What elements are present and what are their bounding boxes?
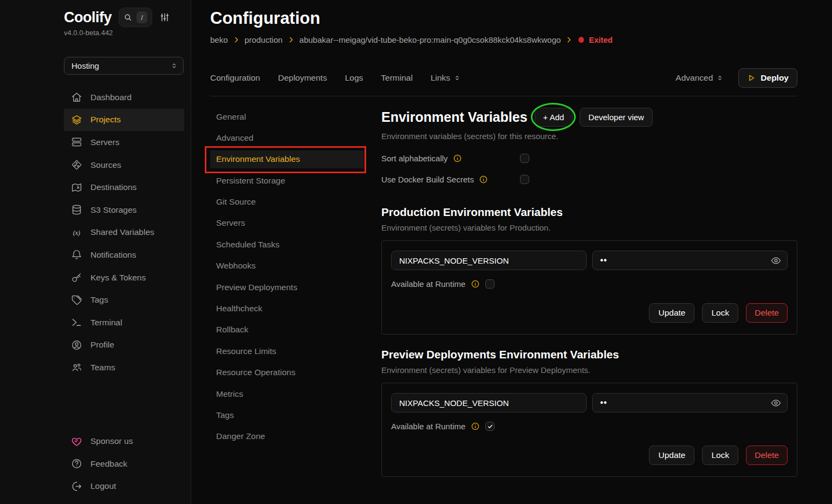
env-key-input[interactable] [391,393,587,413]
eye-icon[interactable] [770,255,782,266]
sidebar-item-sources[interactable]: Sources [64,154,184,176]
sidebar-item-label: Terminal [90,318,122,328]
sidebar-item-keys-tokens[interactable]: Keys & Tokens [64,266,184,289]
page-title: Configuration [210,9,797,28]
breadcrumb-item[interactable]: beko [210,35,228,44]
home-icon [71,91,82,103]
sidebar-item-projects[interactable]: Projects [64,109,184,132]
sidebar-item-shared-variables[interactable]: (x) Shared Variables [64,221,184,244]
sidebar-item-label: Keys & Tokens [90,273,146,283]
tab-bar-actions: Advanced Deploy [675,68,797,88]
toggle-checkbox[interactable] [520,154,529,163]
subnav-item-label: Persistent Storage [216,176,285,186]
deploy-button[interactable]: Deploy [738,68,797,88]
sidebar-item-destinations[interactable]: Destinations [64,176,184,199]
update-button[interactable]: Update [649,303,694,323]
status-badge: Exited [589,36,613,44]
sidebar-item-dashboard[interactable]: Dashboard [64,86,184,109]
subnav-item-persistent-storage[interactable]: Persistent Storage [210,172,365,189]
search-icon [123,13,132,22]
subnav-item-label: General [216,112,246,122]
breadcrumb-item[interactable]: abubakar--meigag/vid-tube-beko-pro:main-… [300,35,561,44]
subnav-item-servers[interactable]: Servers [210,214,365,232]
tab-links[interactable]: Links [431,73,461,83]
developer-view-button[interactable]: Developer view [580,108,653,127]
subnav-item-rollback[interactable]: Rollback [210,321,365,339]
sidebar-item-label: Destinations [90,182,136,192]
breadcrumb-item[interactable]: production [245,35,283,44]
tab-deployments[interactable]: Deployments [278,73,327,83]
sidebar-item-logout[interactable]: Logout [64,475,184,498]
database-icon [71,204,82,215]
tab-terminal[interactable]: Terminal [381,73,413,83]
sidebar-item-label: Notifications [90,250,136,260]
env-value-input[interactable] [592,251,788,270]
panel-description: Environment variables (secrets) for this… [381,132,797,141]
subnav-item-danger-zone[interactable]: Danger Zone [210,428,365,446]
bell-icon [71,249,82,260]
app-logo: Coolify [64,9,112,26]
status-dot [578,37,584,43]
sidebar: Coolify / v4.0.0-beta.442 Hosting Dashbo… [0,0,191,504]
key-icon [71,272,82,283]
info-icon[interactable] [471,279,480,289]
env-key-input[interactable] [391,251,587,270]
delete-button[interactable]: Delete [746,446,788,465]
eye-icon[interactable] [770,397,782,409]
subnav-item-tags[interactable]: Tags [210,406,365,424]
sidebar-footer-nav: Sponsor us Feedback Logout [64,430,184,500]
team-select[interactable]: Hosting [64,57,184,75]
sidebar-item-notifications[interactable]: Notifications [64,244,184,266]
info-icon[interactable] [479,175,488,184]
panel-title: Environment Variables [381,109,528,125]
subnav-item-resource-operations[interactable]: Resource Operations [210,364,365,382]
tab-configuration[interactable]: Configuration [210,73,260,83]
sidebar-item-servers[interactable]: Servers [64,131,184,154]
subnav-item-label: Rollback [216,325,248,335]
env-value-input[interactable] [592,393,788,413]
subnav-item-general[interactable]: General [210,108,365,126]
server-icon [71,136,82,148]
heart-icon [71,436,82,447]
subnav-item-scheduled-tasks[interactable]: Scheduled Tasks [210,235,365,253]
advanced-dropdown[interactable]: Advanced [675,73,724,83]
settings-sliders-icon[interactable] [159,12,170,23]
tabs: ConfigurationDeploymentsLogsTerminalLink… [210,73,461,83]
sidebar-item-feedback[interactable]: Feedback [64,453,184,475]
sidebar-item-tags[interactable]: Tags [64,289,184,311]
sidebar-item-label: Projects [90,115,121,125]
runtime-checkbox[interactable] [485,279,495,289]
update-button[interactable]: Update [649,446,694,465]
lock-button[interactable]: Lock [702,303,738,323]
sidebar-item-teams[interactable]: Teams [64,356,184,379]
toggle-label: Sort alphabetically [381,154,448,163]
sidebar-item-label: Shared Variables [90,227,154,237]
env-sections: Production Environment Variables Environ… [381,206,797,477]
subnav-item-metrics[interactable]: Metrics [210,385,365,403]
tab-logs[interactable]: Logs [345,73,363,83]
subnav-item-preview-deployments[interactable]: Preview Deployments [210,278,365,296]
sidebar-item-sponsor-us[interactable]: Sponsor us [64,430,184,453]
subnav-item-healthcheck[interactable]: Healthcheck [210,300,365,318]
runtime-checkbox[interactable] [485,422,495,431]
tab-label: Configuration [210,73,260,83]
info-icon[interactable] [453,154,462,163]
sidebar-item-terminal[interactable]: Terminal [64,311,184,334]
subnav-item-environment-variables[interactable]: Environment Variables [210,150,365,168]
subnav-item-webhooks[interactable]: Webhooks [210,257,365,275]
delete-button[interactable]: Delete [746,303,788,323]
subnav-item-resource-limits[interactable]: Resource Limits [210,342,365,360]
add-env-variable-button[interactable]: + Add [535,108,573,127]
subnav-item-git-source[interactable]: Git Source [210,193,365,211]
env-variables-panel: Environment Variables + Add Developer vi… [381,108,797,504]
lock-button[interactable]: Lock [702,446,738,465]
info-icon[interactable] [471,422,480,431]
sidebar-item-s3-storages[interactable]: S3 Storages [64,199,184,221]
subnav-item-label: Resource Limits [216,346,276,356]
sidebar-item-profile[interactable]: Profile [64,334,184,357]
tag-icon [71,294,82,306]
toggle-checkbox[interactable] [520,175,529,184]
search-button[interactable]: / [119,8,152,27]
map-icon [71,182,82,193]
subnav-item-advanced[interactable]: Advanced [210,129,365,147]
